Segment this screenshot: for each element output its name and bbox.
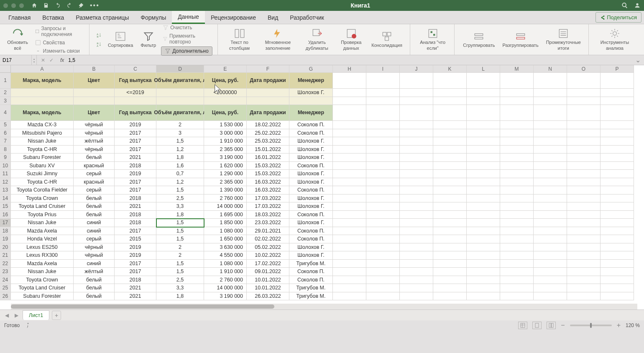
share-button[interactable]: Поделиться xyxy=(595,12,641,23)
cell-B19[interactable]: серый xyxy=(74,235,115,243)
spreadsheet-grid[interactable]: ABCDEFGHIJKLMNOP1Марка, модельЦветГод вы… xyxy=(0,65,644,310)
cell-M17[interactable] xyxy=(500,219,534,227)
sheet-nav-prev[interactable]: ◀ xyxy=(3,312,10,318)
cell-C22[interactable]: 2017 xyxy=(115,260,156,268)
cell-A15[interactable]: Toyota Land Cruiser xyxy=(11,202,74,211)
analysis-tools-button[interactable]: Инструменты анализа xyxy=(595,27,635,51)
cell-L25[interactable] xyxy=(467,284,500,292)
cell-B15[interactable]: белый xyxy=(74,202,115,211)
cell-I17[interactable] xyxy=(366,219,400,227)
cell-M24[interactable] xyxy=(500,276,534,284)
zoom-out-button[interactable]: − xyxy=(561,322,565,329)
cell-B14[interactable]: белый xyxy=(74,194,115,203)
cell-J11[interactable] xyxy=(400,170,433,178)
cell-N10[interactable] xyxy=(534,162,567,170)
cell-L26[interactable] xyxy=(467,292,500,301)
cell-I13[interactable] xyxy=(366,186,400,194)
cell-G24[interactable]: Соколов П. xyxy=(289,276,333,284)
cell-E6[interactable]: 3 000 000 xyxy=(204,129,247,138)
paint-icon[interactable] xyxy=(78,3,84,8)
row-header-15[interactable]: 15 xyxy=(0,202,11,211)
cell-N16[interactable] xyxy=(534,211,567,219)
cell-G4[interactable]: Менеджер xyxy=(289,105,333,121)
cell-I23[interactable] xyxy=(366,268,400,276)
cell-F14[interactable]: 17.03.2022 xyxy=(247,194,289,203)
cell-D16[interactable]: 1,8 xyxy=(156,211,204,219)
cell-F16[interactable]: 18.03.2022 xyxy=(247,211,289,219)
cell-A4[interactable]: Марка, модель xyxy=(11,105,74,121)
cell-I6[interactable] xyxy=(366,129,400,138)
cell-P24[interactable] xyxy=(601,276,634,284)
cell-D24[interactable]: 2,5 xyxy=(156,276,204,284)
close-dot[interactable] xyxy=(3,3,8,8)
cell-D20[interactable]: 2 xyxy=(156,243,204,252)
cell-E21[interactable]: 4 550 000 xyxy=(204,251,247,260)
cell-O23[interactable] xyxy=(567,268,601,276)
cell-L8[interactable] xyxy=(467,146,500,154)
cell-O5[interactable] xyxy=(567,121,601,129)
cell-O2[interactable] xyxy=(567,89,601,97)
cell-N9[interactable] xyxy=(534,153,567,162)
cell-O12[interactable] xyxy=(567,178,601,187)
cell-B2[interactable] xyxy=(74,89,115,97)
cell-A7[interactable]: Nissan Juke xyxy=(11,137,74,146)
cell-F23[interactable]: 09.01.2022 xyxy=(247,268,289,276)
cell-M23[interactable] xyxy=(500,268,534,276)
cell-P11[interactable] xyxy=(601,170,634,178)
row-header-1[interactable]: 1 xyxy=(0,73,11,89)
cell-P21[interactable] xyxy=(601,251,634,260)
cell-J26[interactable] xyxy=(400,292,433,301)
cell-H14[interactable] xyxy=(333,194,366,203)
cell-L24[interactable] xyxy=(467,276,500,284)
cell-L6[interactable] xyxy=(467,129,500,138)
cell-P2[interactable] xyxy=(601,89,634,97)
cell-O7[interactable] xyxy=(567,137,601,146)
cell-G3[interactable] xyxy=(289,97,333,105)
cell-D7[interactable]: 1,5 xyxy=(156,137,204,146)
cell-B26[interactable]: белый xyxy=(74,292,115,301)
cell-P14[interactable] xyxy=(601,194,634,203)
cell-K11[interactable] xyxy=(433,170,467,178)
row-header-14[interactable]: 14 xyxy=(0,194,11,203)
cell-F17[interactable]: 23.03.2022 xyxy=(247,219,289,227)
cell-J5[interactable] xyxy=(400,121,433,129)
cell-O21[interactable] xyxy=(567,251,601,260)
cell-G23[interactable]: Соколов П. xyxy=(289,268,333,276)
cell-B24[interactable]: белый xyxy=(74,276,115,284)
cell-M15[interactable] xyxy=(500,202,534,211)
cell-G2[interactable]: Шолохов Г. xyxy=(289,89,333,97)
col-header-H[interactable]: H xyxy=(333,65,366,73)
cell-L17[interactable] xyxy=(467,219,500,227)
cell-D15[interactable]: 3,3 xyxy=(156,202,204,211)
cell-N13[interactable] xyxy=(534,186,567,194)
col-header-L[interactable]: L xyxy=(467,65,500,73)
cell-L16[interactable] xyxy=(467,211,500,219)
col-header-J[interactable]: J xyxy=(400,65,433,73)
cell-K13[interactable] xyxy=(433,186,467,194)
cell-C15[interactable]: 2021 xyxy=(115,202,156,211)
menu-insert[interactable]: Вставка xyxy=(36,12,70,23)
cell-E1[interactable]: Цена, руб. xyxy=(204,73,247,89)
cell-F22[interactable]: 17.02.2022 xyxy=(247,260,289,268)
cell-L9[interactable] xyxy=(467,153,500,162)
col-header-I[interactable]: I xyxy=(366,65,400,73)
formula-input[interactable]: 1,5 xyxy=(66,57,632,63)
cell-H13[interactable] xyxy=(333,186,366,194)
cell-D25[interactable]: 3,3 xyxy=(156,284,204,292)
cell-M1[interactable] xyxy=(500,73,534,89)
cell-J13[interactable] xyxy=(400,186,433,194)
cell-F6[interactable]: 25.02.2022 xyxy=(247,129,289,138)
row-header-12[interactable]: 12 xyxy=(0,178,11,187)
cell-O9[interactable] xyxy=(567,153,601,162)
cell-A18[interactable]: Mazda Axela xyxy=(11,227,74,235)
cell-N8[interactable] xyxy=(534,146,567,154)
cell-P7[interactable] xyxy=(601,137,634,146)
cell-B23[interactable]: жёлтый xyxy=(74,268,115,276)
cell-C18[interactable]: 2017 xyxy=(115,227,156,235)
advanced-filter-button[interactable]: Дополнительно xyxy=(161,46,212,56)
cell-I20[interactable] xyxy=(366,243,400,252)
cell-J7[interactable] xyxy=(400,137,433,146)
cell-H21[interactable] xyxy=(333,251,366,260)
cell-M12[interactable] xyxy=(500,178,534,187)
row-header-3[interactable]: 3 xyxy=(0,97,11,105)
